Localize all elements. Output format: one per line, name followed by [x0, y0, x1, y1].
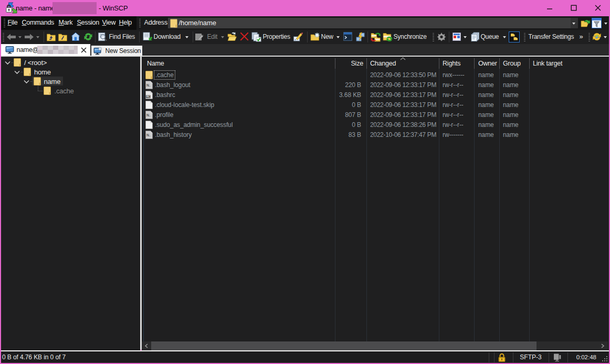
svg-text:N..: N.. [146, 113, 151, 117]
svg-text:RC: RC [146, 95, 151, 98]
svg-text:N..: N.. [146, 83, 151, 87]
svg-text:x: x [295, 38, 296, 41]
svg-text:N..: N.. [146, 133, 151, 137]
